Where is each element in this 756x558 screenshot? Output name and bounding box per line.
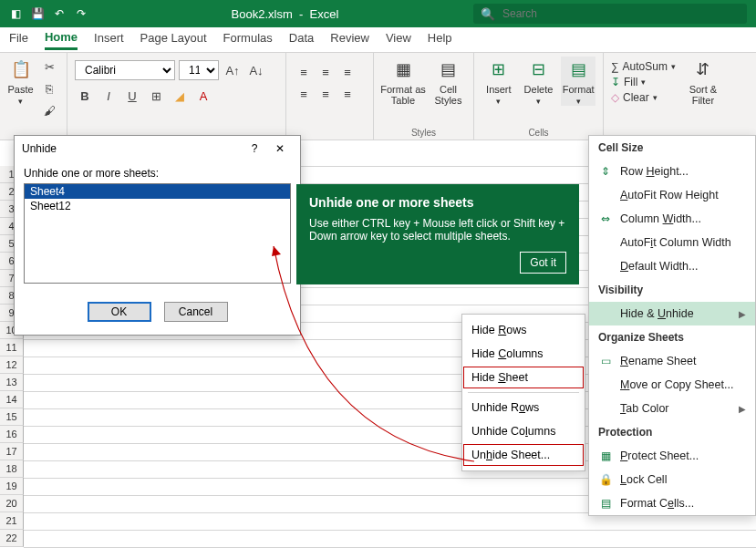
list-item[interactable]: Sheet12: [25, 199, 290, 213]
gotit-button[interactable]: Got it: [520, 252, 566, 274]
font-size-select[interactable]: 11: [179, 60, 219, 80]
ribbon-group-alignment: ≡ ≡ ≡ ≡ ≡ ≡: [286, 53, 374, 140]
ok-button[interactable]: OK: [88, 302, 151, 322]
clear-button[interactable]: ◇Clear▾: [611, 91, 676, 104]
ribbon-group-font: Calibri 11 A↑ A↓ B I U ⊞ ◢ A: [67, 53, 286, 140]
format-as-table-button[interactable]: ▦ Format as Table: [381, 57, 425, 106]
format-icon: ▤: [565, 57, 591, 82]
tab-insert[interactable]: Insert: [94, 31, 124, 48]
fill-color-icon[interactable]: ◢: [170, 86, 190, 106]
tab-data[interactable]: Data: [289, 31, 314, 48]
format-dropdown: Cell Size ⇕Row Height... AutoFit Row Hei…: [588, 135, 756, 516]
insert-icon: ⊞: [486, 57, 512, 82]
font-name-select[interactable]: Calibri: [75, 60, 175, 80]
fill-button[interactable]: ↧Fill▾: [611, 76, 676, 88]
unhide-rows-item[interactable]: Unhide Rows: [462, 396, 585, 419]
row-header[interactable]: 19: [0, 478, 24, 495]
sort-filter-button[interactable]: ⇵ Sort & Filter: [681, 57, 725, 106]
row-header[interactable]: 17: [0, 443, 24, 460]
protect-sheet-item[interactable]: ▦Protect Sheet...: [589, 444, 755, 468]
shield-icon: ▦: [598, 449, 613, 463]
hide-rows-item[interactable]: Hide Rows: [462, 318, 585, 342]
autosave-icon[interactable]: ◧: [7, 5, 24, 22]
row-header[interactable]: 15: [0, 408, 24, 426]
tab-view[interactable]: View: [386, 31, 411, 48]
hide-unhide-submenu: Hide Rows Hide Columns Hide Sheet Unhide…: [461, 314, 585, 471]
undo-icon[interactable]: ↶: [51, 5, 67, 22]
borders-icon[interactable]: ⊞: [146, 86, 166, 106]
align-right-icon[interactable]: ≡: [337, 84, 357, 104]
move-copy-item[interactable]: Move or Copy Sheet...: [589, 373, 755, 397]
align-middle-icon[interactable]: ≡: [316, 62, 336, 82]
chevron-right-icon: ▶: [739, 404, 746, 414]
align-top-icon[interactable]: ≡: [294, 62, 314, 82]
underline-button[interactable]: U: [122, 86, 142, 106]
row-header[interactable]: 22: [0, 530, 24, 547]
autosum-button[interactable]: ∑AutoSum▾: [611, 60, 676, 73]
table-icon: ▦: [390, 57, 416, 82]
hide-unhide-item[interactable]: Hide & Unhide▶: [589, 302, 755, 326]
callout-body: Use either CTRL key + Mouse left click o…: [309, 217, 566, 243]
cancel-button[interactable]: Cancel: [164, 302, 228, 322]
dialog-title: Unhide: [22, 142, 57, 155]
tab-review[interactable]: Review: [330, 31, 369, 48]
tab-page-layout[interactable]: Page Layout: [140, 31, 207, 48]
cut-icon[interactable]: ✂: [39, 57, 59, 77]
tab-formulas[interactable]: Formulas: [223, 31, 273, 48]
tab-home[interactable]: Home: [45, 30, 78, 50]
align-bottom-icon[interactable]: ≡: [337, 62, 357, 82]
chevron-right-icon: ▶: [739, 309, 746, 319]
tab-file[interactable]: File: [9, 31, 28, 48]
row-header[interactable]: 18: [0, 460, 24, 478]
row-header[interactable]: 16: [0, 426, 24, 443]
tab-color-item[interactable]: Tab Color▶: [589, 397, 755, 420]
row-header[interactable]: 20: [0, 495, 24, 512]
hide-sheet-item[interactable]: Hide Sheet: [462, 366, 585, 389]
align-center-icon[interactable]: ≡: [316, 84, 336, 104]
search-box[interactable]: 🔍: [473, 4, 747, 24]
search-input[interactable]: [501, 6, 740, 21]
format-cells-icon: ▤: [598, 496, 613, 511]
close-button[interactable]: ✕: [267, 136, 293, 161]
redo-icon[interactable]: ↷: [73, 5, 89, 22]
autofit-col-item[interactable]: AutoFit Column Width: [589, 231, 755, 254]
increase-font-icon[interactable]: A↑: [223, 60, 243, 80]
fill-down-icon: ↧: [611, 76, 620, 88]
autofit-row-item[interactable]: AutoFit Row Height: [589, 183, 755, 207]
format-cells-button[interactable]: ▤ Format▾: [561, 57, 595, 106]
list-item[interactable]: Sheet4: [25, 184, 290, 199]
row-header[interactable]: 13: [0, 374, 24, 391]
insert-cells-button[interactable]: ⊞ Insert▾: [482, 57, 516, 106]
row-height-item[interactable]: ⇕Row Height...: [589, 160, 755, 183]
eraser-icon: ◇: [611, 91, 619, 104]
row-header[interactable]: 14: [0, 391, 24, 408]
decrease-font-icon[interactable]: A↓: [246, 60, 266, 80]
group-label-cells: Cells: [482, 128, 595, 138]
format-painter-icon[interactable]: 🖌: [39, 100, 59, 120]
paste-button[interactable]: 📋 Paste ▾: [7, 57, 34, 106]
tab-help[interactable]: Help: [428, 31, 452, 48]
lock-cell-item[interactable]: 🔒Lock Cell: [589, 468, 755, 491]
delete-cells-button[interactable]: ⊟ Delete▾: [522, 57, 556, 106]
row-header[interactable]: 12: [0, 356, 24, 374]
cell-styles-button[interactable]: ▤ Cell Styles: [430, 57, 466, 106]
row-header[interactable]: 11: [0, 339, 24, 356]
rename-sheet-item[interactable]: ▭Rename Sheet: [589, 349, 755, 373]
bold-button[interactable]: B: [75, 86, 95, 106]
copy-icon[interactable]: ⎘: [39, 78, 59, 98]
font-color-icon[interactable]: A: [193, 86, 213, 106]
unhide-sheet-item[interactable]: Unhide Sheet...: [462, 443, 585, 467]
row-header[interactable]: 21: [0, 512, 24, 530]
save-icon[interactable]: 💾: [29, 5, 46, 22]
hide-columns-item[interactable]: Hide Columns: [462, 342, 585, 366]
unhide-columns-item[interactable]: Unhide Columns: [462, 419, 585, 443]
sort-filter-icon: ⇵: [690, 57, 716, 82]
format-cells-item[interactable]: ▤Format Cells...: [589, 491, 755, 515]
italic-button[interactable]: I: [98, 86, 119, 106]
column-width-item[interactable]: ⇔Column Width...: [589, 207, 755, 231]
sheet-listbox[interactable]: Sheet4 Sheet12: [24, 183, 291, 284]
cell-styles-icon: ▤: [436, 57, 461, 82]
help-button[interactable]: ?: [242, 136, 267, 161]
align-left-icon[interactable]: ≡: [294, 84, 314, 104]
default-width-item[interactable]: Default Width...: [589, 254, 755, 278]
